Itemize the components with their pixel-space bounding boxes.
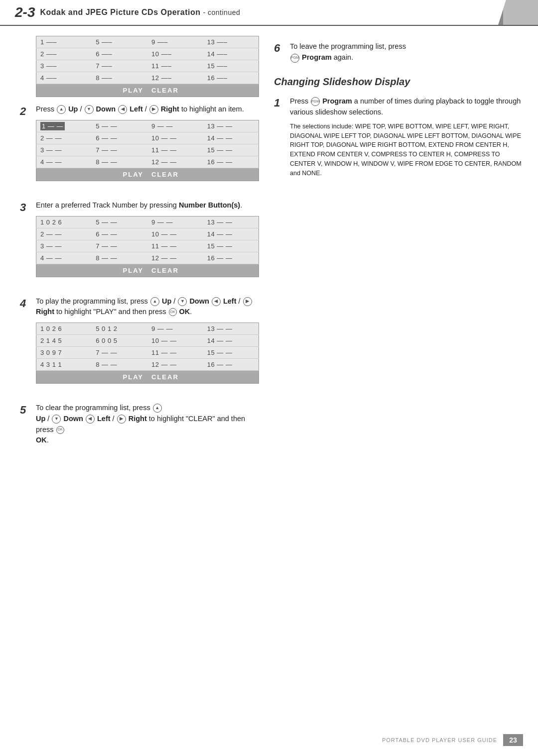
left-arrow-icon: ◀ [118, 105, 127, 114]
right-column: 6 To leave the programming list, press P… [274, 36, 523, 726]
page-header: 2-3 Kodak and JPEG Picture CDs Operation… [0, 0, 538, 26]
section-step-1-small-text: The selections include: WIPE TOP, WIPE B… [290, 122, 523, 178]
table-row: 3 — — 7 — — 11 — — 15 — — [36, 240, 259, 252]
step-3-grid: 1 0 2 6 5 — — 9 — — 13 — — 2 — — 6 — — 1… [36, 216, 259, 277]
step-2-content: Press ▲ Up / ▼ Down ◀ Left / ▶ Right to … [36, 104, 259, 186]
right-arrow-icon: ▶ [117, 415, 126, 424]
header-corner-image [503, 0, 538, 25]
grid-table-intro: 1 —– 5 —– 9 —– 13 —– 2 —– 6 —– 10 —– 14 … [36, 36, 259, 97]
table-row: 4 3 1 1 8 — — 12 — — 16 — — [36, 359, 259, 371]
section-step-1-content: Press PGM Program a number of times duri… [290, 96, 523, 178]
table-row: 1 0 2 6 5 0 1 2 9 — — 13 — — [36, 323, 259, 335]
left-column: 1 —– 5 —– 9 —– 13 —– 2 —– 6 —– 10 —– 14 … [20, 36, 259, 726]
table-footer-row: PLAY CLEAR [36, 84, 259, 97]
table-row: 2 1 4 5 6 0 0 5 10 — — 14 — — [36, 335, 259, 347]
table-footer-row: PLAY CLEAR [36, 371, 259, 384]
step-3: 3 Enter a preferred Track Number by pres… [20, 200, 259, 282]
step2-intro-grid: 1 —– 5 —– 9 —– 13 —– 2 —– 6 —– 10 —– 14 … [20, 36, 259, 97]
step-2: 2 Press ▲ Up / ▼ Down ◀ Left / ▶ Right t… [20, 104, 259, 186]
step-number-3: 3 [20, 201, 31, 214]
step-2-grid: 1 — — 5 — — 9 — — 13 — — 2 — — 6 — — 10 … [36, 120, 259, 181]
table-row: 1 0 2 6 5 — — 9 — — 13 — — [36, 216, 259, 228]
table-row: 1 —– 5 —– 9 —– 13 —– [36, 36, 259, 48]
table-row: 1 — — 5 — — 9 — — 13 — — [36, 120, 259, 132]
down-arrow-icon: ▼ [178, 297, 187, 306]
table-row: 2 — — 6 — — 10 — — 14 — — [36, 132, 259, 144]
step-6-text: To leave the programming list, press PGM… [290, 41, 406, 63]
table-row: 2 — — 6 — — 10 — — 14 — — [36, 228, 259, 240]
section-heading: Changing Slideshow Display [274, 76, 523, 88]
step-number-2: 2 [20, 105, 31, 118]
section-step-1-text: Press PGM Program a number of times duri… [290, 96, 523, 118]
step-4-content: To play the programming list, press ▲ Up… [36, 296, 259, 389]
step-number-4: 4 [20, 297, 31, 310]
footer-page-number: 23 [503, 734, 523, 746]
table-row: 3 0 9 7 7 — — 11 — — 15 — — [36, 347, 259, 359]
step-5-content: To clear the programming list, press ▲ U… [36, 403, 259, 451]
main-content: 1 —– 5 —– 9 —– 13 —– 2 —– 6 —– 10 —– 14 … [0, 26, 538, 736]
table-footer-row: PLAY CLEAR [36, 264, 259, 277]
chapter-continued: - continued [203, 8, 241, 16]
section-step-number-1: 1 [274, 97, 285, 178]
highlight-cell: 1 — — [40, 122, 65, 130]
step-number-5: 5 [20, 404, 31, 417]
step-number-6: 6 [274, 42, 285, 63]
right-arrow-icon: ▶ [243, 297, 252, 306]
table-row: 3 — — 7 — — 11 — — 15 — — [36, 144, 259, 156]
step-4: 4 To play the programming list, press ▲ … [20, 296, 259, 389]
chapter-title: Kodak and JPEG Picture CDs Operation - c… [40, 8, 240, 17]
table-row: 4 —– 8 —– 12 —– 16 —– [36, 72, 259, 84]
chapter-title-text: Kodak and JPEG Picture CDs Operation [40, 8, 200, 16]
header-title-area: 2-3 Kodak and JPEG Picture CDs Operation… [0, 0, 498, 25]
chapter-number: 2-3 [15, 4, 35, 20]
table-row: 4 — — 8 — — 12 — — 16 — — [36, 252, 259, 264]
left-arrow-icon: ◀ [212, 297, 221, 306]
step-3-content: Enter a preferred Track Number by pressi… [36, 200, 259, 282]
header-corner-decoration [498, 0, 538, 25]
up-arrow-icon: ▲ [150, 297, 159, 306]
pgm-icon: PGM [290, 54, 299, 63]
down-arrow-icon: ▼ [85, 105, 94, 114]
step-5-text: To clear the programming list, press ▲ U… [36, 403, 259, 446]
table-row: 3 —– 7 —– 11 —– 15 —– [36, 60, 259, 72]
down-arrow-icon: ▼ [52, 415, 61, 424]
step-4-text: To play the programming list, press ▲ Up… [36, 296, 259, 318]
step-2-text: Press ▲ Up / ▼ Down ◀ Left / ▶ Right to … [36, 104, 259, 115]
left-arrow-icon: ◀ [86, 415, 95, 424]
footer-guide-text: PORTABLE DVD PLAYER USER GUIDE [382, 737, 497, 743]
right-arrow-icon: ▶ [149, 105, 158, 114]
table-row: 2 —– 6 —– 10 —– 14 —– [36, 48, 259, 60]
step-5: 5 To clear the programming list, press ▲… [20, 403, 259, 451]
pgm-icon: PGM [311, 97, 320, 106]
step-6-content: To leave the programming list, press PGM… [290, 41, 406, 63]
step-3-text: Enter a preferred Track Number by pressi… [36, 200, 259, 211]
ok-icon: OK [56, 426, 64, 434]
step-6: 6 To leave the programming list, press P… [274, 41, 523, 63]
step-4-grid: 1 0 2 6 5 0 1 2 9 — — 13 — — 2 1 4 5 6 0… [36, 323, 259, 384]
up-arrow-icon: ▲ [57, 105, 66, 114]
table-row: 4 — — 8 — — 12 — — 16 — — [36, 156, 259, 168]
section-step-1: 1 Press PGM Program a number of times du… [274, 96, 523, 178]
up-arrow-icon: ▲ [153, 404, 162, 413]
page-footer: PORTABLE DVD PLAYER USER GUIDE 23 [0, 734, 538, 746]
table-footer-row: PLAY CLEAR [36, 168, 259, 181]
ok-icon: OK [169, 308, 177, 316]
